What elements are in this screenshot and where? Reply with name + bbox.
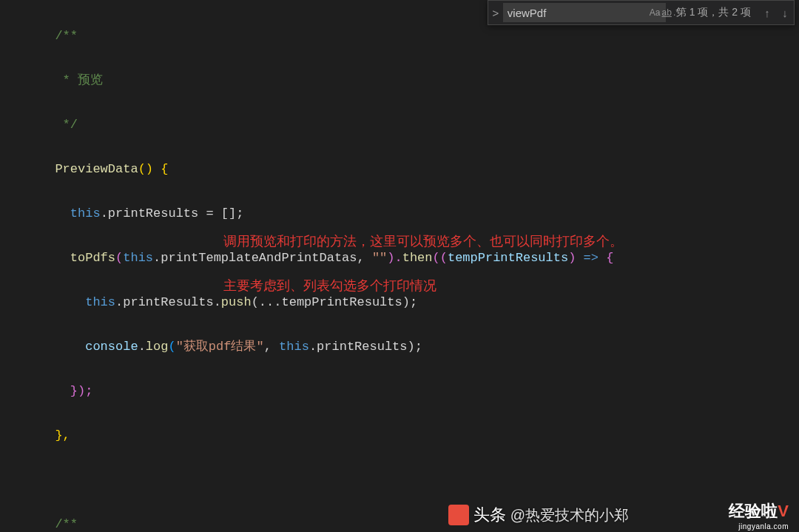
annotation-text: 调用预览和打印的方法，这里可以预览多个、也可以同时打印多个。: [223, 232, 623, 250]
comment: /**: [55, 29, 78, 43]
comment: /**: [55, 517, 78, 531]
search-input-wrap: Aa ab .*: [503, 3, 666, 22]
watermark-toutiao: 头条 @热爱技术的小郑: [448, 504, 629, 526]
comment: */: [55, 118, 78, 132]
match-word-icon[interactable]: ab: [662, 5, 672, 20]
regex-icon[interactable]: .*: [673, 5, 679, 20]
search-prev-icon[interactable]: ↑: [758, 7, 776, 19]
search-input[interactable]: [508, 7, 648, 19]
method-name: PreviewData: [55, 162, 138, 176]
search-status: 第 1 项，共 2 项: [676, 6, 751, 19]
toutiao-logo-icon: [448, 505, 469, 525]
code-content[interactable]: /** * 预览 */ PreviewData() { this.printRe…: [0, 1, 799, 532]
match-case-icon[interactable]: Aa: [650, 5, 661, 20]
annotation-text: 主要考虑到、列表勾选多个打印情况: [223, 277, 436, 294]
code-editor[interactable]: > Aa ab .* 第 1 项，共 2 项 ↑ ↓ /** * 预览 */ P…: [0, 0, 799, 532]
search-bar: > Aa ab .* 第 1 项，共 2 项 ↑ ↓: [488, 0, 795, 25]
comment: * 预览: [55, 73, 103, 87]
watermark-jingyanla: 经验啦V jingyanla.com: [729, 500, 789, 531]
search-expand-toggle[interactable]: >: [488, 7, 503, 19]
search-next-icon[interactable]: ↓: [776, 7, 794, 19]
